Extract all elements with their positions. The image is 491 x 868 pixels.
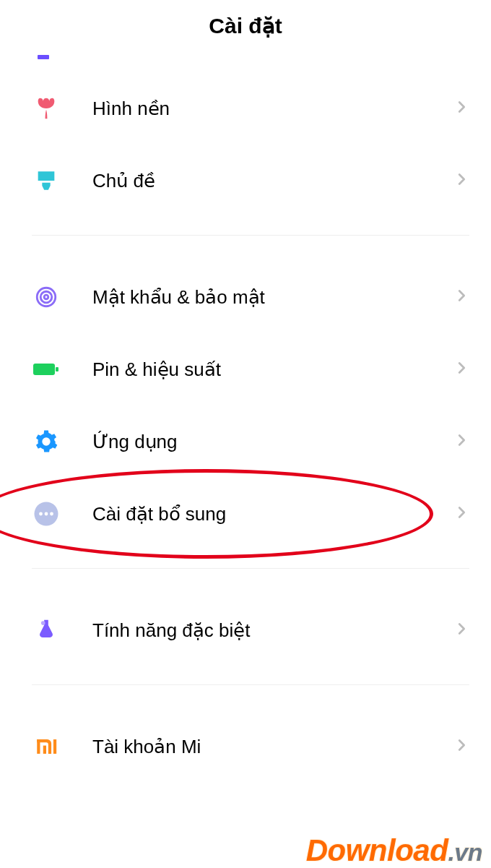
row-label: Ứng dụng — [92, 431, 453, 453]
svg-point-7 — [45, 512, 48, 516]
tulip-icon — [32, 94, 61, 123]
chevron-right-icon — [453, 171, 469, 190]
chevron-right-icon — [453, 504, 469, 523]
page-title: Cài đặt — [0, 13, 491, 38]
row-battery-performance[interactable]: Pin & hiệu suất — [0, 333, 491, 405]
svg-rect-4 — [56, 367, 58, 371]
row-password-security[interactable]: Mật khẩu & bảo mật — [0, 261, 491, 333]
tab-indicator — [38, 55, 49, 59]
chevron-right-icon — [453, 360, 469, 379]
svg-rect-11 — [43, 746, 46, 754]
row-label: Mật khẩu & bảo mật — [92, 286, 453, 309]
row-label: Cài đặt bổ sung — [92, 503, 453, 525]
row-label: Chủ đề — [92, 170, 453, 192]
divider — [32, 568, 469, 569]
mi-logo-icon — [32, 732, 61, 761]
row-themes[interactable]: Chủ đề — [0, 145, 491, 217]
chevron-right-icon — [453, 99, 469, 118]
flask-icon — [32, 616, 61, 645]
more-icon — [32, 499, 61, 528]
svg-rect-12 — [53, 739, 56, 754]
watermark-main: Download — [306, 833, 448, 867]
row-wallpaper[interactable]: Hình nền — [0, 72, 491, 145]
svg-point-9 — [41, 621, 45, 625]
divider — [32, 235, 469, 236]
chevron-right-icon — [453, 621, 469, 640]
row-apps[interactable]: Ứng dụng — [0, 405, 491, 478]
settings-list: Hình nền Chủ đề Mật khẩu & bảo mật Pin &… — [0, 47, 491, 783]
chevron-right-icon — [453, 737, 469, 756]
header: Cài đặt — [0, 0, 491, 47]
divider — [32, 684, 469, 685]
row-label: Hình nền — [92, 98, 453, 120]
row-additional-settings[interactable]: Cài đặt bổ sung — [0, 478, 491, 550]
row-label: Tính năng đặc biệt — [92, 619, 453, 642]
svg-point-8 — [50, 512, 53, 516]
brush-icon — [32, 166, 61, 195]
watermark: Download.vn — [306, 833, 482, 868]
watermark-ext: .vn — [448, 838, 482, 866]
svg-point-2 — [44, 295, 48, 299]
svg-point-1 — [40, 291, 52, 303]
chevron-right-icon — [453, 288, 469, 306]
row-label: Tài khoản Mi — [92, 736, 453, 758]
svg-rect-3 — [33, 364, 55, 375]
fingerprint-icon — [32, 283, 61, 311]
chevron-right-icon — [453, 432, 469, 451]
row-mi-account[interactable]: Tài khoản Mi — [0, 710, 491, 783]
gear-icon — [32, 427, 61, 456]
row-label: Pin & hiệu suất — [92, 358, 453, 381]
battery-icon — [32, 355, 61, 384]
row-special-features[interactable]: Tính năng đặc biệt — [0, 594, 491, 666]
svg-point-6 — [39, 512, 43, 516]
